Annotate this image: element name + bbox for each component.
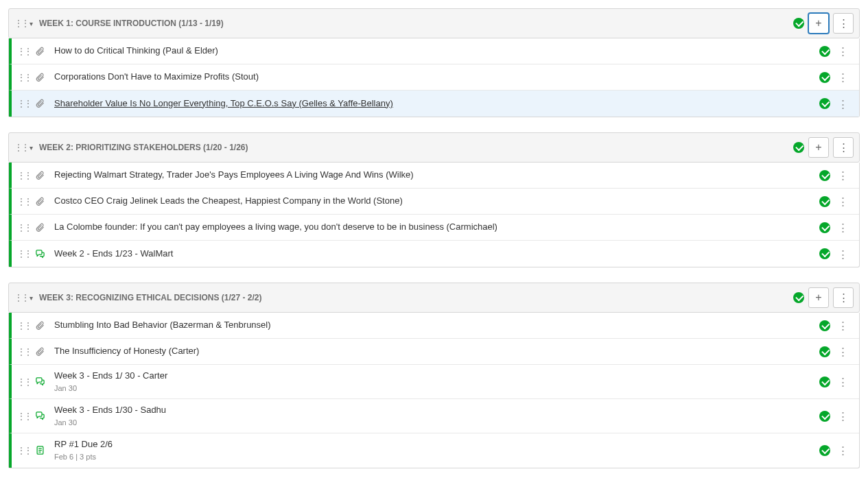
item-menu-button[interactable]: ⋮ [837, 170, 848, 180]
item-text-block: Week 2 - Ends 1/23 - WalMart [54, 248, 819, 260]
module-menu-button[interactable]: ⋮ [833, 287, 854, 308]
drag-grip-icon[interactable]: ⋮⋮ [17, 223, 27, 232]
item-title[interactable]: Rejecting Walmart Strategy, Trader Joe's… [54, 169, 819, 181]
module-header[interactable]: ⋮⋮▾WEEK 1: COURSE INTRODUCTION (1/13 - 1… [8, 8, 860, 38]
item-published-icon[interactable] [819, 98, 830, 109]
assignment-icon [34, 445, 46, 455]
item-text-block: RP #1 Due 2/6Feb 6 | 3 pts [54, 439, 819, 462]
module-item[interactable]: ⋮⋮Week 3 - Ends 1/30 - SadhuJan 30⋮ [9, 399, 859, 433]
item-menu-button[interactable]: ⋮ [837, 445, 848, 455]
drag-grip-icon[interactable]: ⋮⋮ [17, 197, 27, 206]
item-published-icon[interactable] [819, 248, 830, 259]
module-header[interactable]: ⋮⋮▾WEEK 3: RECOGNIZING ETHICAL DECISIONS… [8, 283, 860, 313]
drag-grip-icon[interactable]: ⋮⋮ [14, 19, 24, 28]
item-text-block: La Colombe founder: If you can't pay emp… [54, 222, 819, 233]
item-menu-button[interactable]: ⋮ [837, 222, 848, 232]
item-published-icon[interactable] [819, 445, 830, 456]
item-published-icon[interactable] [819, 411, 830, 422]
drag-grip-icon[interactable]: ⋮⋮ [14, 143, 24, 152]
item-actions: ⋮ [819, 222, 852, 233]
module-item[interactable]: ⋮⋮Costco CEO Craig Jelinek Leads the Che… [9, 189, 859, 215]
drag-grip-icon[interactable]: ⋮⋮ [17, 99, 27, 108]
module-item[interactable]: ⋮⋮RP #1 Due 2/6Feb 6 | 3 pts⋮ [9, 433, 859, 467]
item-published-icon[interactable] [819, 377, 830, 387]
item-text-block: How to do Critical Thinking (Paul & Elde… [54, 45, 819, 57]
item-published-icon[interactable] [819, 46, 830, 57]
collapse-caret-icon[interactable]: ▾ [27, 294, 35, 302]
module-header[interactable]: ⋮⋮▾WEEK 2: PRIORITIZING STAKEHOLDERS (1/… [8, 132, 860, 163]
module-item[interactable]: ⋮⋮How to do Critical Thinking (Paul & El… [9, 38, 859, 64]
item-text-block: Shareholder Value Is No Longer Everythin… [54, 98, 819, 110]
item-title[interactable]: Costco CEO Craig Jelinek Leads the Cheap… [54, 195, 819, 207]
item-menu-button[interactable]: ⋮ [837, 249, 848, 259]
drag-grip-icon[interactable]: ⋮⋮ [17, 47, 27, 56]
item-title[interactable]: Shareholder Value Is No Longer Everythin… [54, 98, 819, 110]
drag-grip-icon[interactable]: ⋮⋮ [17, 321, 27, 331]
item-menu-button[interactable]: ⋮ [837, 346, 848, 357]
item-menu-button[interactable]: ⋮ [837, 411, 848, 421]
item-text-block: Stumbling Into Bad Behavior (Bazerman & … [54, 320, 819, 331]
item-published-icon[interactable] [819, 170, 830, 181]
drag-grip-icon[interactable]: ⋮⋮ [17, 73, 27, 82]
item-published-icon[interactable] [819, 346, 830, 357]
module-menu-button[interactable]: ⋮ [833, 13, 854, 34]
module-published-icon[interactable] [793, 18, 804, 29]
module-item[interactable]: ⋮⋮Week 2 - Ends 1/23 - WalMart⋮ [9, 241, 859, 267]
module-item[interactable]: ⋮⋮Corporations Don't Have to Maximize Pr… [9, 64, 859, 91]
drag-grip-icon[interactable]: ⋮⋮ [17, 249, 27, 259]
item-subtitle: Jan 30 [54, 383, 819, 393]
module-published-icon[interactable] [793, 142, 804, 153]
item-menu-button[interactable]: ⋮ [837, 99, 848, 109]
item-menu-button[interactable]: ⋮ [837, 72, 848, 82]
module: ⋮⋮▾WEEK 1: COURSE INTRODUCTION (1/13 - 1… [8, 8, 860, 117]
item-text-block: Costco CEO Craig Jelinek Leads the Cheap… [54, 195, 819, 207]
item-actions: ⋮ [819, 411, 852, 422]
drag-grip-icon[interactable]: ⋮⋮ [14, 293, 24, 302]
item-title[interactable]: The Insufficiency of Honesty (Carter) [54, 346, 819, 357]
item-title[interactable]: Stumbling Into Bad Behavior (Bazerman & … [54, 320, 819, 331]
item-menu-button[interactable]: ⋮ [837, 46, 848, 56]
module-item[interactable]: ⋮⋮The Insufficiency of Honesty (Carter)⋮ [9, 339, 859, 365]
attachment-icon [34, 223, 46, 232]
item-menu-button[interactable]: ⋮ [837, 196, 848, 206]
drag-grip-icon[interactable]: ⋮⋮ [17, 171, 27, 180]
item-text-block: Rejecting Walmart Strategy, Trader Joe's… [54, 169, 819, 181]
collapse-caret-icon[interactable]: ▾ [27, 20, 35, 27]
item-title[interactable]: Week 2 - Ends 1/23 - WalMart [54, 248, 819, 260]
item-actions: ⋮ [819, 98, 852, 109]
item-text-block: Week 3 - Ends 1/30 - SadhuJan 30 [54, 405, 819, 427]
drag-grip-icon[interactable]: ⋮⋮ [17, 377, 27, 387]
item-published-icon[interactable] [819, 196, 830, 207]
item-title[interactable]: Corporations Don't Have to Maximize Prof… [54, 71, 819, 83]
module-item[interactable]: ⋮⋮Stumbling Into Bad Behavior (Bazerman … [9, 313, 859, 339]
add-item-button[interactable]: + [808, 13, 829, 34]
discussion-icon [34, 411, 46, 421]
item-title[interactable]: RP #1 Due 2/6 [54, 439, 819, 451]
item-title[interactable]: Week 3 - Ends 1/30 - Sadhu [54, 405, 819, 416]
drag-grip-icon[interactable]: ⋮⋮ [17, 347, 27, 357]
drag-grip-icon[interactable]: ⋮⋮ [17, 411, 27, 421]
drag-grip-icon[interactable]: ⋮⋮ [17, 446, 27, 455]
item-published-icon[interactable] [819, 222, 830, 233]
module-item[interactable]: ⋮⋮La Colombe founder: If you can't pay e… [9, 215, 859, 241]
item-published-icon[interactable] [819, 320, 830, 331]
collapse-caret-icon[interactable]: ▾ [27, 144, 35, 152]
module-item[interactable]: ⋮⋮Shareholder Value Is No Longer Everyth… [9, 91, 859, 117]
item-title[interactable]: Week 3 - Ends 1/ 30 - Carter [54, 370, 819, 382]
module-menu-button[interactable]: ⋮ [833, 137, 854, 158]
item-published-icon[interactable] [819, 72, 830, 83]
module-published-icon[interactable] [793, 292, 804, 303]
module-title: WEEK 1: COURSE INTRODUCTION (1/13 - 1/19… [39, 19, 793, 28]
item-title[interactable]: La Colombe founder: If you can't pay emp… [54, 222, 819, 233]
add-item-button[interactable]: + [808, 287, 829, 308]
item-menu-button[interactable]: ⋮ [837, 377, 848, 387]
attachment-icon [34, 347, 46, 357]
module-header-actions: +⋮ [793, 13, 854, 34]
item-menu-button[interactable]: ⋮ [837, 320, 848, 331]
add-item-button[interactable]: + [808, 137, 829, 158]
module-item[interactable]: ⋮⋮Rejecting Walmart Strategy, Trader Joe… [9, 163, 859, 189]
module-item-list: ⋮⋮Stumbling Into Bad Behavior (Bazerman … [8, 313, 860, 468]
item-title[interactable]: How to do Critical Thinking (Paul & Elde… [54, 45, 819, 57]
item-text-block: Week 3 - Ends 1/ 30 - CarterJan 30 [54, 370, 819, 393]
module-item[interactable]: ⋮⋮Week 3 - Ends 1/ 30 - CarterJan 30⋮ [9, 365, 859, 399]
